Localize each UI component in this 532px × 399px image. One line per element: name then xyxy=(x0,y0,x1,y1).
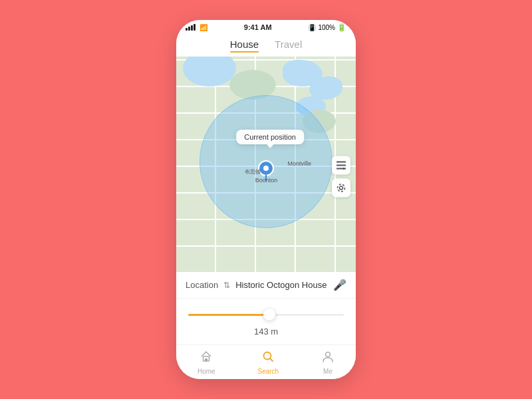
nav-me-label: Me xyxy=(323,368,332,375)
svg-point-1 xyxy=(263,166,269,171)
sort-icon: ⇅ xyxy=(223,281,230,290)
slider-area: 143 m xyxy=(176,299,356,344)
tabs-bar: House Travel xyxy=(176,35,356,57)
tab-travel[interactable]: Travel xyxy=(275,39,302,54)
nav-search-label: Search xyxy=(258,368,279,375)
map-label-boonton: Boonton xyxy=(255,177,278,184)
signal-area: 📶 xyxy=(186,24,207,31)
phone-frame: 📶 9:41 AM 📳 100% 🔋 House Travel Current … xyxy=(176,20,356,379)
map-label-zh: 布思顿 xyxy=(245,168,261,176)
home-icon xyxy=(200,350,213,366)
svg-line-11 xyxy=(271,358,273,361)
svg-point-5 xyxy=(343,168,345,170)
layers-button[interactable] xyxy=(332,156,350,175)
wifi-icon: 📶 xyxy=(200,24,207,31)
slider-thumb[interactable] xyxy=(263,309,275,321)
location-value: Historic Octogon House xyxy=(235,280,328,290)
position-tooltip: Current position xyxy=(236,130,304,144)
svg-point-7 xyxy=(338,184,345,192)
map-area[interactable]: Current position Boonton 布思顿 Montville xyxy=(176,57,356,272)
settings-button[interactable] xyxy=(332,179,350,198)
bluetooth-icon: 📳 xyxy=(308,24,316,31)
nav-me[interactable]: Me xyxy=(321,350,334,375)
battery-icon: 🔋 xyxy=(337,23,346,32)
mic-icon[interactable]: 🎤 xyxy=(333,279,346,291)
tab-house[interactable]: House xyxy=(230,39,259,54)
location-row: Location ⇅ Historic Octogon House 🎤 xyxy=(176,272,356,299)
battery-label: 100% xyxy=(318,24,335,31)
svg-point-10 xyxy=(264,352,271,359)
svg-rect-9 xyxy=(205,358,207,361)
slider-fill xyxy=(188,314,269,316)
svg-rect-3 xyxy=(336,165,346,166)
nav-home-label: Home xyxy=(198,368,215,375)
nav-search[interactable]: Search xyxy=(258,350,279,375)
slider-wrapper xyxy=(188,308,344,321)
slider-value: 143 m xyxy=(188,327,344,336)
battery-area: 📳 100% 🔋 xyxy=(308,23,346,32)
bottom-panel: Location ⇅ Historic Octogon House 🎤 143 … xyxy=(176,272,356,344)
search-icon xyxy=(261,350,275,366)
clock: 9:41 AM xyxy=(244,23,272,31)
slider-track xyxy=(188,314,344,316)
svg-point-6 xyxy=(340,186,343,190)
person-icon xyxy=(321,350,334,366)
signal-icon xyxy=(186,24,196,31)
nav-home[interactable]: Home xyxy=(198,350,215,375)
map-controls xyxy=(332,156,350,198)
bottom-nav: Home Search Me xyxy=(176,344,356,379)
location-label: Location xyxy=(186,280,218,290)
status-bar: 📶 9:41 AM 📳 100% 🔋 xyxy=(176,20,356,35)
svg-rect-2 xyxy=(336,162,346,163)
svg-point-12 xyxy=(326,352,331,356)
map-label-montville: Montville xyxy=(287,160,311,167)
